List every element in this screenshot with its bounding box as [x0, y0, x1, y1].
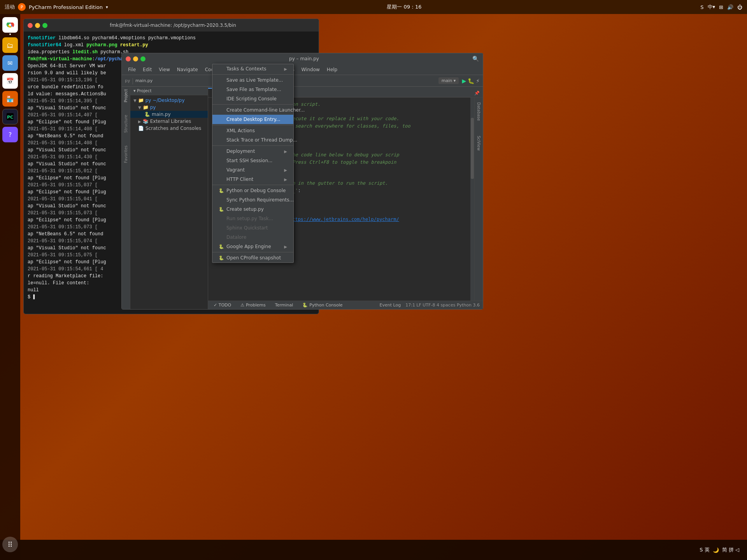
toolbar-run-btn[interactable]: ▶	[462, 78, 466, 84]
editor-pin-btn[interactable]: 📌	[471, 89, 483, 97]
tray-input-method[interactable]: S 英	[700, 546, 709, 553]
tree-ext-libs[interactable]: ▶ 📚 External Libraries	[130, 118, 208, 125]
menu-save-file-template[interactable]: Save File as Template...	[212, 85, 293, 94]
terminal-close-btn[interactable]	[28, 23, 33, 28]
toolbar-project-label: py	[125, 78, 130, 83]
scrollbar-thumb[interactable]	[471, 118, 474, 179]
scratches-icon: 📄	[138, 126, 144, 131]
taskbar-bottom: ⠿	[2, 537, 18, 552]
menu-desktop-entry[interactable]: Create Desktop Entry...	[212, 115, 293, 124]
datalore-icon	[219, 234, 224, 240]
ide-max-btn[interactable]	[140, 56, 146, 61]
tray-sound-icon[interactable]: 🔊	[727, 4, 733, 10]
menu-help[interactable]: Help	[324, 66, 340, 74]
ssh-label: Start SSH Session...	[226, 158, 272, 163]
xml-icon	[219, 128, 224, 133]
menu-save-live-template[interactable]: Save as Live Template...	[212, 75, 293, 85]
menu-deployment[interactable]: Deployment ▶	[212, 147, 293, 156]
tree-root-py[interactable]: ▼ 📁 py ~/Desktop/py	[130, 97, 208, 104]
right-tab-database[interactable]: Database	[475, 99, 482, 124]
ide-close-btn[interactable]	[126, 56, 131, 61]
menu-window[interactable]: Window	[298, 66, 323, 74]
python-file-icon: 🐍	[144, 112, 150, 117]
statusbar-problems[interactable]: ⚠ Problems	[238, 303, 268, 308]
http-arrow: ▶	[284, 177, 287, 182]
ssh-icon	[219, 158, 224, 163]
terminal-label: Terminal	[275, 303, 293, 308]
editor-scrollbar[interactable]	[470, 98, 474, 301]
menu-xml-actions[interactable]: XML Actions	[212, 126, 293, 135]
toolbar-run-config[interactable]: main ▾	[438, 77, 459, 84]
tray-input-icon[interactable]: S	[700, 4, 703, 10]
statusbar-todo[interactable]: ✓ TODO	[211, 303, 233, 308]
menu-http-client[interactable]: HTTP Client ▶	[212, 175, 293, 184]
event-log-btn[interactable]: Event Log	[380, 303, 401, 308]
ide-search-icon[interactable]: 🔍	[472, 56, 479, 62]
taskbar-help[interactable]: ?	[2, 127, 18, 142]
cmd-icon	[219, 107, 224, 113]
terminal-min-btn[interactable]	[35, 23, 40, 28]
terminal-line: fsnotifier libdbm64.so pycharm64.vmoptio…	[28, 35, 315, 42]
tree-scratches[interactable]: 📄 Scratches and Consoles	[130, 125, 208, 132]
tray-chinese-label[interactable]: 简 拼 ◁	[722, 546, 739, 553]
terminal-max-btn[interactable]	[42, 23, 47, 28]
taskbar-software[interactable]: 🏪	[2, 91, 18, 107]
menu-navigate[interactable]: Navigate	[174, 66, 201, 74]
menu-create-setup[interactable]: 🐍 Create setup.py	[212, 205, 293, 214]
tray-power-icon[interactable]: ⏻	[737, 4, 742, 10]
menu-edit[interactable]: Edit	[140, 66, 155, 74]
menu-vagrant[interactable]: Vagrant ▶	[212, 165, 293, 175]
activities-label[interactable]: 活动	[5, 4, 15, 10]
toolbar-debug-btn[interactable]: 🐛	[468, 78, 474, 84]
toolbar-coverage-btn[interactable]: ⚡	[476, 78, 480, 84]
save-live-icon	[219, 77, 224, 83]
statusbar-terminal[interactable]: Terminal	[273, 303, 296, 308]
menu-stack-trace[interactable]: Stack Trace or Thread Dump...	[212, 135, 293, 145]
sep-3	[212, 125, 293, 125]
menu-view[interactable]: View	[156, 66, 173, 74]
tray-network-icon[interactable]: ⊞	[719, 4, 723, 10]
desktop: 活动 P PyCharm Professional Edition ▾ 星期一 …	[0, 0, 747, 560]
bottom-tray: S 英 🌙 简 拼 ◁	[700, 546, 739, 553]
favorites-side-tab[interactable]: Favorites	[123, 143, 129, 165]
show-apps-icon[interactable]: ⠿	[2, 537, 18, 552]
taskbar-mail[interactable]: ✉	[2, 55, 18, 71]
ide-min-btn[interactable]	[133, 56, 138, 61]
menu-file[interactable]: File	[125, 66, 139, 74]
menu-tasks-contexts[interactable]: Tasks & Contexts ▶	[212, 64, 293, 74]
tray-moon-icon[interactable]: 🌙	[713, 547, 719, 553]
tray-lang-icon[interactable]: 中▾	[708, 4, 715, 10]
menu-cprofile[interactable]: 🐍 Open CProfile snapshot	[212, 253, 293, 262]
terminal-title: fmk@fmk-virtual-machine: /opt/pycharm-20…	[47, 23, 298, 28]
statusbar-python-console[interactable]: 🐍 Python Console	[300, 303, 345, 308]
right-tab-sciview[interactable]: SciView	[475, 133, 482, 154]
top-bar-tray: S 中▾ ⊞ 🔊 ⏻	[700, 4, 742, 10]
menu-sync-requirements[interactable]: Sync Python Requirements...	[212, 195, 293, 205]
menu-gae[interactable]: 🐍 Google App Engine ▶	[212, 242, 293, 251]
app-menu-arrow[interactable]: ▾	[106, 5, 108, 10]
menu-ide-scripting[interactable]: IDE Scripting Console	[212, 94, 293, 103]
project-side-tab[interactable]: Project	[123, 87, 129, 105]
taskbar-pycharm[interactable]: PC	[2, 109, 18, 124]
menu-python-debug-console[interactable]: 🐍 Python or Debug Console	[212, 186, 293, 195]
tree-mainpy[interactable]: 🐍 main.py	[130, 111, 208, 118]
tree-ext-label: External Libraries	[150, 119, 191, 124]
menu-ssh-session[interactable]: Start SSH Session...	[212, 156, 293, 165]
structure-side-tab[interactable]: Structure	[123, 112, 129, 135]
tree-subdir-py[interactable]: ▼ 📁 py	[130, 104, 208, 111]
deployment-icon	[219, 149, 224, 154]
run-setup-label: Run setup.py Task...	[226, 216, 273, 221]
project-tree: ▼ 📁 py ~/Desktop/py ▼ 📁 py 🐍 main.py	[130, 95, 208, 133]
stack-trace-label: Stack Trace or Thread Dump...	[226, 137, 297, 143]
terminal-titlebar: fmk@fmk-virtual-machine: /opt/pycharm-20…	[24, 19, 319, 32]
project-panel: ▾ Project ▼ 📁 py ~/Desktop/py ▼ 📁 py 🐍	[130, 87, 208, 309]
menu-cmd-launcher[interactable]: Create Command-line Launcher...	[212, 105, 293, 115]
taskbar-calendar[interactable]: 📅	[2, 73, 18, 89]
problems-icon: ⚠	[240, 303, 244, 308]
project-header: ▾ Project	[130, 87, 208, 95]
tasks-arrow: ▶	[284, 67, 287, 71]
taskbar-files[interactable]: 🗂	[2, 37, 18, 53]
taskbar-chrome[interactable]	[2, 17, 18, 33]
chrome-active-dot	[9, 33, 11, 35]
deployment-arrow: ▶	[284, 149, 287, 154]
